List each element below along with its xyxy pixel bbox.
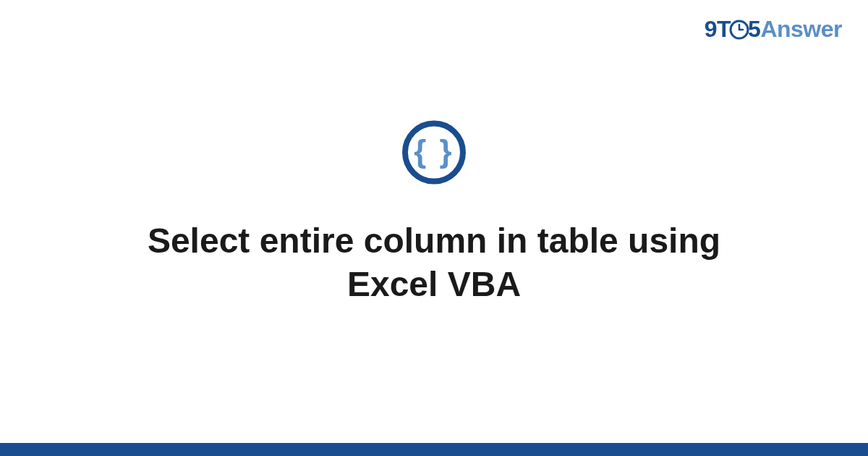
- clock-icon: [729, 20, 749, 40]
- logo-text-9t: 9T: [705, 16, 731, 42]
- footer-bar: [0, 443, 868, 456]
- main-content: { } Select entire column in table using …: [0, 121, 868, 306]
- page-title: Select entire column in table using Exce…: [72, 219, 796, 306]
- code-braces-icon: { }: [402, 121, 466, 185]
- logo-text-answer: Answer: [760, 16, 842, 42]
- site-logo: 9T5Answer: [705, 16, 842, 43]
- code-braces-glyph: { }: [414, 133, 454, 169]
- logo-text-5: 5: [748, 16, 760, 42]
